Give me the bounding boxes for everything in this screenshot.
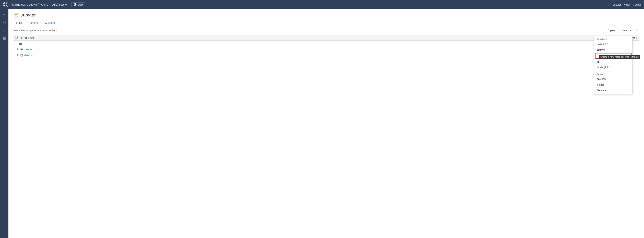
domino-logo-icon bbox=[3, 2, 8, 7]
dropdown-item-folder[interactable]: Folder bbox=[594, 82, 632, 88]
svg-point-2 bbox=[6, 4, 7, 4]
svg-point-20 bbox=[16, 15, 16, 16]
svg-point-3 bbox=[4, 5, 5, 6]
top-bar-left: domino-user's Jupyter(Python, R, Julia) … bbox=[3, 2, 85, 7]
toolbar-row: Select items to perform actions on them.… bbox=[8, 26, 644, 35]
other-section-label: Other: bbox=[594, 72, 632, 76]
sidebar bbox=[0, 9, 8, 238]
new-button-label[interactable]: New bbox=[620, 28, 629, 33]
count-value: 0 bbox=[20, 36, 22, 39]
dropdown-item-octave[interactable]: Octave bbox=[594, 47, 632, 53]
results-checkbox-cell[interactable] bbox=[15, 48, 19, 51]
jupyter-wordmark: Jupyter bbox=[21, 13, 36, 18]
dropdown-item-textfile[interactable]: Text File bbox=[594, 76, 632, 82]
header-checkbox[interactable] bbox=[15, 36, 19, 39]
top-bar-right: Jupyter (Python, R, Julia) bbox=[608, 3, 641, 6]
svg-point-18 bbox=[14, 13, 18, 14]
main-content: Jupyter Files Running Clusters Select it… bbox=[8, 9, 644, 238]
file-results-link[interactable]: results bbox=[25, 48, 32, 51]
svg-rect-14 bbox=[5, 29, 5, 32]
sidebar-gear-icon[interactable] bbox=[2, 20, 6, 24]
datacsv-checkbox-cell[interactable] bbox=[15, 54, 19, 57]
svg-point-5 bbox=[609, 3, 611, 4]
layout: Jupyter Files Running Clusters Select it… bbox=[0, 9, 644, 238]
stop-label: Stop bbox=[78, 3, 83, 6]
new-dropdown-arrow[interactable]: ▾ bbox=[629, 28, 633, 33]
tabs-row: Files Running Clusters bbox=[8, 20, 644, 26]
folder-results-icon bbox=[20, 48, 23, 50]
count-dropdown-arrow[interactable]: ▾ bbox=[22, 37, 23, 39]
dropdown-item-r[interactable]: R bbox=[594, 59, 632, 64]
top-bar: domino-user's Jupyter(Python, R, Julia) … bbox=[0, 0, 644, 9]
file-row-results: results bbox=[13, 46, 640, 52]
sidebar-list-icon[interactable] bbox=[2, 36, 6, 40]
svg-point-1 bbox=[4, 4, 5, 4]
refresh-button[interactable]: ↻ bbox=[634, 28, 640, 33]
new-button[interactable]: New ▾ bbox=[620, 28, 633, 33]
sort-arrow-icon: ↓ bbox=[636, 36, 638, 39]
svg-rect-13 bbox=[4, 30, 4, 32]
breadcrumb: / mnt bbox=[25, 36, 627, 39]
sidebar-document-icon[interactable] bbox=[2, 12, 6, 16]
file-dotdot-link[interactable]: .. bbox=[24, 42, 25, 45]
breadcrumb-folder[interactable]: mnt bbox=[30, 36, 34, 39]
file-datacsv-icon bbox=[20, 54, 23, 56]
breadcrumb-separator: / bbox=[28, 36, 29, 39]
sidebar-chart-icon[interactable] bbox=[2, 28, 6, 32]
tab-files[interactable]: Files bbox=[13, 20, 25, 26]
dropdown-item-scala[interactable]: Scala (2.12) bbox=[594, 64, 632, 70]
svg-point-4 bbox=[6, 5, 7, 6]
jupyter-small-icon bbox=[608, 3, 612, 6]
select-all-checkbox[interactable] bbox=[15, 36, 18, 39]
session-title: domino-user's Jupyter(Python, R, Julia) … bbox=[12, 3, 68, 6]
tab-running[interactable]: Running bbox=[25, 20, 42, 26]
python3-tooltip: Create a new notebook with Python 3 bbox=[599, 55, 640, 59]
file-row-datacsv: data.csv bbox=[13, 52, 640, 58]
file-list-header: 0 ▾ / mnt Name ↓ bbox=[13, 35, 640, 40]
folder-icon bbox=[25, 36, 28, 39]
dropdown-item-julia[interactable]: Julia 1.1.0 bbox=[594, 42, 632, 47]
folder-dotdot-icon bbox=[19, 42, 22, 45]
results-checkbox[interactable] bbox=[15, 48, 18, 50]
toolbar-right: Upload New ▾ ↻ bbox=[606, 28, 640, 33]
svg-point-6 bbox=[609, 5, 611, 6]
jupyter-logo-icon bbox=[13, 12, 19, 18]
file-datacsv-link[interactable]: data.csv bbox=[24, 54, 34, 57]
new-dropdown-menu: Notebook: Julia 1.1.0 Octave Python 3 R … bbox=[594, 36, 632, 94]
notebook-section-label: Notebook: bbox=[594, 37, 632, 42]
svg-point-19 bbox=[14, 16, 18, 18]
stop-icon bbox=[74, 3, 76, 6]
dropdown-item-terminal[interactable]: Terminal bbox=[594, 88, 632, 93]
count-select: 0 ▾ bbox=[20, 36, 23, 39]
upload-button[interactable]: Upload bbox=[606, 28, 619, 33]
jupyter-session-label: Jupyter (Python, R, Julia) bbox=[613, 3, 641, 6]
datacsv-checkbox[interactable] bbox=[15, 54, 18, 56]
tab-clusters[interactable]: Clusters bbox=[42, 20, 58, 26]
select-info-text: Select items to perform actions on them. bbox=[13, 29, 58, 32]
jupyter-header: Jupyter bbox=[8, 9, 644, 20]
svg-point-0 bbox=[3, 2, 8, 7]
svg-rect-12 bbox=[3, 31, 4, 32]
file-row-dotdot: .. bbox=[13, 40, 640, 46]
stop-button[interactable]: Stop bbox=[71, 2, 85, 7]
file-list-area: 0 ▾ / mnt Name ↓ bbox=[13, 35, 640, 58]
svg-point-11 bbox=[4, 22, 5, 23]
